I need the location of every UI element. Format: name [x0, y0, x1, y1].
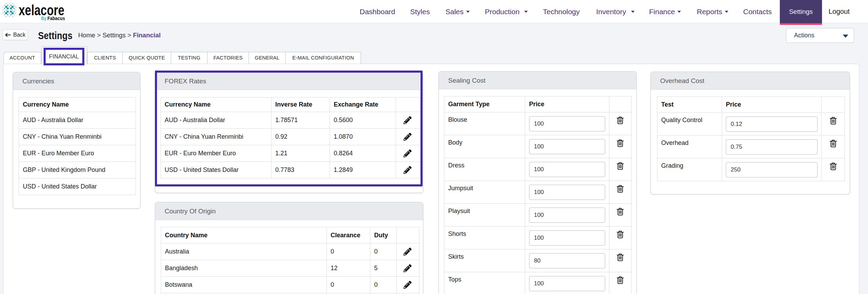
svg-text:Fabacus: Fabacus	[47, 15, 65, 21]
svg-text:By: By	[41, 15, 46, 21]
